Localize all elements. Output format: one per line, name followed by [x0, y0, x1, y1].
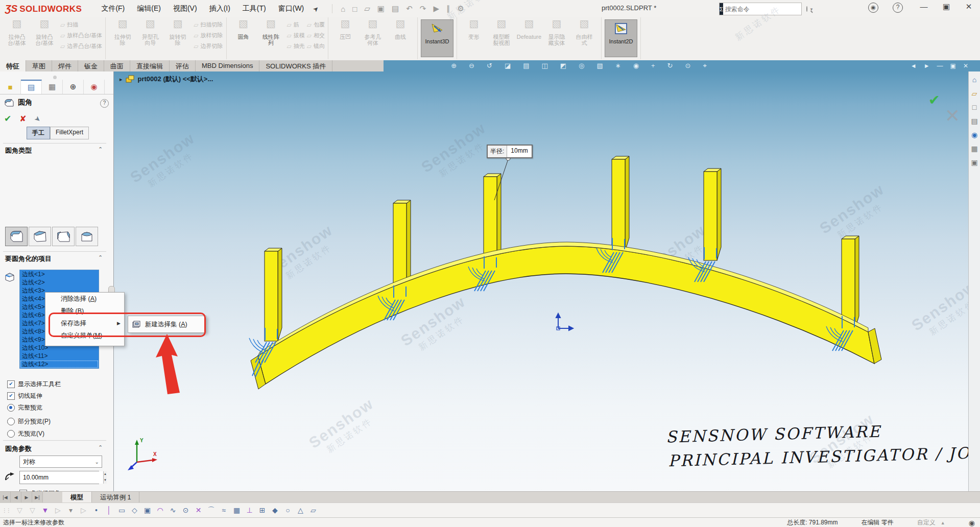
edge-list-item[interactable]: 边线<11> [20, 352, 99, 360]
feature-tree-header[interactable]: ▸ prt0002 (默认) <<默认>... [119, 75, 213, 84]
rotate-view-icon[interactable]: ↻ [667, 62, 673, 70]
section-fillet-parameters[interactable]: 圆角参数 [5, 444, 32, 453]
minimize-child-icon[interactable]: — [937, 62, 943, 69]
ribbon-button[interactable]: ▱拔模 [287, 32, 305, 39]
displaymanager-tab[interactable]: ◉ [84, 80, 105, 94]
keep-visible-pin-icon[interactable]: ➤ [33, 114, 42, 124]
home-icon[interactable]: ⌂ [341, 5, 345, 13]
ribbon-button[interactable]: ▧自由样式 [570, 19, 598, 46]
panel-grip[interactable] [53, 76, 57, 79]
motion-study-tab[interactable]: 运动算例 1 [92, 492, 139, 503]
radius-callout[interactable]: 半径: 10mm [487, 145, 533, 158]
full-preview-option[interactable]: 完整预览 [7, 403, 42, 412]
ribbon-button[interactable]: ▱边界切除 [194, 42, 223, 50]
edit-appearance-icon[interactable]: ▧ [596, 62, 603, 70]
checkbox-checked[interactable]: ✔ [7, 392, 15, 400]
ribbon-button[interactable]: ▱边界凸台/基体 [60, 42, 102, 50]
ribbon-button[interactable]: ▱相交 [307, 32, 325, 39]
menu-item-clear-selection[interactable]: 消除选择 (A) [45, 293, 124, 305]
save-icon[interactable]: ▣ [377, 4, 385, 13]
view-orientation-icon[interactable]: ◫ [541, 62, 547, 70]
menu-item[interactable]: 工具(T) [237, 2, 271, 15]
options-gear-icon[interactable]: ⚙ [457, 4, 464, 13]
hide-show-items-icon[interactable]: ◎ [579, 62, 584, 70]
edge-list-item[interactable]: 边线<12> [20, 360, 99, 368]
tab-solidworks-addins[interactable]: SOLIDWORKS 插件 [259, 60, 332, 71]
close-button[interactable]: ✕ [962, 2, 975, 11]
ribbon-button[interactable]: ▧模型断裂视图 [488, 19, 515, 46]
attach-icon[interactable]: ∥ [446, 4, 450, 13]
checkbox-checked[interactable]: ✔ [7, 380, 15, 388]
no-preview-option[interactable]: 无预览(V) [7, 429, 44, 438]
zoom-fit-icon[interactable]: ⊕ [451, 62, 457, 70]
tab-surfaces[interactable]: 曲面 [104, 60, 130, 71]
cancel-button[interactable]: ✘ [19, 114, 26, 124]
menu-item-new-selection-set[interactable]: 新建选择集 (A) [145, 320, 187, 329]
search-icon[interactable] [806, 6, 807, 12]
camera-icon[interactable]: + [651, 62, 655, 70]
tab-evaluate[interactable]: 评估 [170, 60, 196, 71]
partial-preview-option[interactable]: 部分预览(P) [7, 417, 51, 426]
close-child-icon[interactable]: ✕ [963, 62, 968, 69]
ribbon-button[interactable]: ▱抽壳 [287, 42, 305, 50]
ribbon-button[interactable]: ▧Defeature [515, 19, 543, 46]
ribbon-button[interactable]: ▧线性阵列 [257, 19, 285, 46]
menu-item[interactable]: 文件(F) [96, 2, 130, 15]
instant2d-button[interactable]: Instant2D [605, 19, 637, 57]
prev-window-icon[interactable]: ◄ [911, 62, 917, 69]
tab-scroll-next[interactable]: ▶ [21, 492, 32, 503]
ribbon-button[interactable]: ▱放样切除 [194, 32, 223, 39]
ribbon-button[interactable]: ▱筋 [287, 21, 305, 29]
display-style-icon[interactable]: ◩ [560, 62, 566, 70]
annotation-icon[interactable]: ▤ [523, 62, 529, 70]
confirm-ok-icon[interactable]: ✔ [928, 92, 940, 108]
radius-stepper[interactable]: ▲▼ [103, 471, 107, 484]
section-view-icon[interactable]: ◪ [505, 62, 511, 70]
radio-unselected[interactable] [7, 418, 15, 425]
ribbon-button[interactable]: ▧拉伸切除 [109, 19, 136, 46]
restore-child-icon[interactable]: ▣ [950, 62, 956, 69]
edge-list-item[interactable]: 边线<2> [20, 278, 99, 286]
section-fill-type[interactable]: 圆角类型 [5, 146, 32, 155]
collapse-icon[interactable]: ⌃ [98, 146, 103, 153]
tab-scroll-last[interactable]: ▶| [32, 492, 43, 503]
radius-input[interactable] [20, 471, 103, 484]
callout-value[interactable]: 10mm [507, 146, 531, 157]
search-scope-icon[interactable]: Σ [720, 3, 723, 15]
ribbon-button[interactable]: ▧变形 [460, 19, 488, 46]
menu-item[interactable]: 视图(V) [168, 2, 202, 15]
print-icon[interactable]: ▤ [392, 4, 399, 13]
ribbon-button[interactable]: ▧旋转切除 [164, 19, 192, 46]
pan-icon[interactable]: ⊙ [685, 62, 690, 70]
previous-view-icon[interactable]: ↺ [487, 62, 492, 70]
tab-sheet-metal[interactable]: 钣金 [78, 60, 104, 71]
variable-size-fillet-button[interactable] [29, 227, 51, 246]
globe-icon[interactable]: ◉ [969, 519, 975, 527]
ribbon-button[interactable]: ▱包覆 [307, 21, 325, 29]
model-tab[interactable]: 模型 [62, 492, 92, 503]
status-custom-dropdown[interactable]: 自定义▲ [917, 518, 945, 527]
pin-menu-icon[interactable]: ➤ [312, 4, 321, 13]
redo-icon[interactable]: ↷ [420, 4, 426, 13]
toolbar-grip[interactable]: ⋮⋮ [2, 508, 10, 513]
radius-input-group[interactable]: ▲▼ [19, 471, 99, 484]
magnifier-icon[interactable]: ⌖ [703, 62, 706, 70]
tangent-propagation-option[interactable]: ✔切线延伸 [7, 392, 42, 400]
ribbon-button[interactable]: ▧圆角 [230, 19, 257, 46]
constant-size-fillet-button[interactable] [5, 227, 28, 246]
face-fillet-button[interactable] [52, 227, 75, 246]
collapse-icon[interactable]: ⌃ [98, 254, 103, 261]
tab-scroll-first[interactable]: |◀ [0, 492, 11, 503]
section-items-to-fillet[interactable]: 要圆角化的项目 [5, 254, 52, 264]
tab-features[interactable]: 特征 [0, 60, 26, 71]
ribbon-button[interactable]: ▧压凹 [331, 19, 359, 46]
new-document-icon[interactable]: □ [352, 5, 357, 13]
menu-item[interactable]: 窗口(W) [273, 2, 309, 15]
ribbon-button[interactable]: ▧拉伸凸台/基体 [3, 19, 31, 46]
open-icon[interactable]: ▱ [364, 4, 370, 13]
tab-scroll-prev[interactable]: ◀ [11, 492, 21, 503]
undo-icon[interactable]: ↶ [406, 4, 413, 13]
ribbon-button[interactable]: ▧参考几何体 [359, 19, 387, 46]
confirm-cancel-icon[interactable]: ✕ [945, 105, 960, 127]
user-account-icon[interactable]: ◉ [868, 3, 878, 13]
